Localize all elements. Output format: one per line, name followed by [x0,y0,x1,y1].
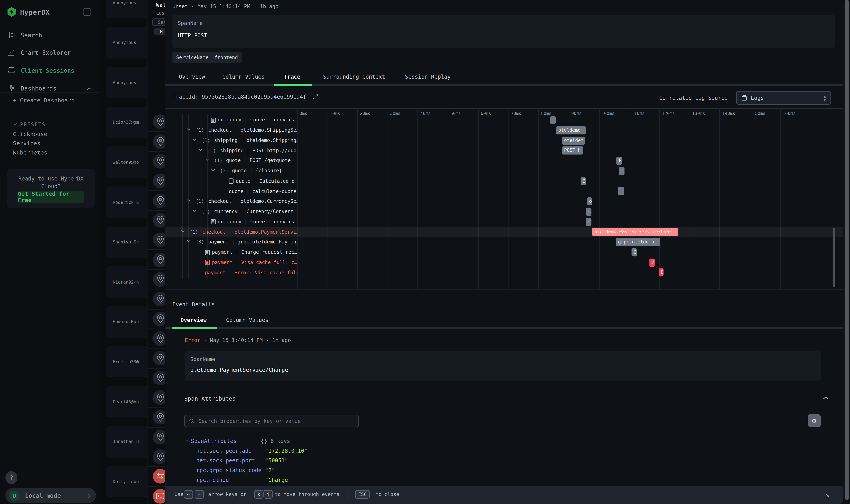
attribute-value[interactable]: "50051" [265,457,288,464]
gear-icon[interactable]: ⚙ [808,414,821,427]
collapse-chevron-icon[interactable] [823,396,829,399]
arrow-right-key[interactable]: → [195,490,204,499]
sidebar-item-client-sessions[interactable]: Client Sessions [0,64,99,78]
event-pin-cell[interactable] [148,191,165,210]
span-duration-bar[interactable]: P [616,157,622,165]
event-pin-cell[interactable] [148,210,165,230]
chevron-down-icon[interactable] [198,148,203,151]
tab-column-values[interactable]: Column Values [222,69,265,84]
esc-key[interactable]: ESC [355,490,370,499]
window-scrollbar[interactable] [844,0,850,504]
span-duration-bar[interactable]: C [586,208,591,216]
trace-row[interactable]: currency | Convert convers…C [165,217,844,227]
session-search-clipped[interactable]: Sea [152,18,165,26]
session-card[interactable]: Roderick_S [106,186,147,218]
tab-session-replay[interactable]: Session Replay [405,69,451,84]
chevron-down-icon[interactable] [192,209,197,212]
span-duration-bar[interactable]: C [586,218,591,226]
attributes-group[interactable]: ▾ SpanAttributes [186,438,237,445]
event-pin-cell[interactable] [148,447,165,466]
tab-surrounding-context[interactable]: Surrounding Context [323,69,385,84]
help-button[interactable]: ? [5,471,17,484]
event-pin-cell[interactable] [148,250,165,269]
close-icon[interactable]: ✕ [822,490,833,501]
event-pin-cell[interactable] [148,171,165,191]
sidebar-item-chart-explorer[interactable]: Chart Explorer [0,46,99,60]
session-card[interactable]: Shaniya.Sc [106,227,147,258]
session-card[interactable]: Pearl43@ho [106,386,147,417]
tab-trace[interactable]: Trace [284,69,301,84]
chevron-down-icon[interactable] [181,230,185,232]
log-source-select[interactable]: Logs ▲▼ [736,91,831,105]
attribute-key[interactable]: rpc.method [196,477,229,483]
preset-item-clickhouse[interactable]: Clickhouse [13,131,48,137]
event-pin-cell[interactable] [148,328,165,348]
span-duration-bar[interactable]: oteldemo.PaymentService/Char [592,228,678,236]
trace-row[interactable]: (1)currency | Currency/ConvertC [165,206,844,217]
attribute-key[interactable]: net.sock.peer.addr [196,448,255,454]
session-card[interactable]: Ernesto33@ [106,346,147,377]
session-card[interactable]: Jonathan.B [106,426,147,457]
chevron-down-icon[interactable] [205,159,209,161]
attribute-value[interactable]: "172.28.0.10" [265,448,307,454]
attribute-value[interactable]: "2" [265,467,275,473]
trace-row[interactable]: payment | Visa cache full: c…V [165,257,844,268]
trace-row[interactable]: payment | Charge request rec…C [165,247,844,257]
session-card[interactable]: Walton9@ho [106,146,147,178]
create-dashboard-link[interactable]: + Create Dashboard [13,97,75,104]
event-details-tab-overview[interactable]: Overview [181,313,207,327]
span-duration-bar[interactable]: { [619,167,625,175]
span-duration-bar[interactable] [550,116,556,124]
chevron-down-icon[interactable] [211,169,215,172]
span-duration-bar[interactable]: C [580,177,586,185]
local-mode-menu[interactable]: U Local mode ❯ [5,488,96,503]
scrollbar-thumb[interactable] [845,0,849,500]
span-duration-bar[interactable]: E [658,269,664,277]
logo[interactable]: HyperDX [7,7,50,17]
event-pin-cell[interactable] [148,407,165,427]
session-card[interactable]: Anonymous [106,27,147,58]
trace-scrollbar-thumb[interactable] [833,228,835,287]
j-key[interactable]: j [264,490,273,499]
span-duration-bar[interactable]: C [631,248,637,256]
session-card[interactable]: Kieran92@h [106,266,147,298]
trace-row[interactable]: payment | Error: Visa cache ful…E [165,268,844,278]
event-pin-cell[interactable] [148,289,165,309]
presets-header[interactable]: PRESETS [13,121,46,127]
trace-row[interactable]: (1)shipping | POST http://quo…POST h [165,146,844,156]
attribute-key[interactable]: rpc.grpc.status_code [196,467,261,473]
trace-row[interactable]: (1)checkout | oteldemo.CurrencySe…o [165,196,844,206]
span-duration-bar[interactable]: V [649,258,654,267]
session-button-clipped[interactable]: H [154,28,165,35]
trace-row[interactable]: currency | Convert convers… [165,115,844,125]
sidebar-item-search[interactable]: Search [0,28,99,42]
trace-row[interactable]: quote | calculate-quotec [165,186,844,196]
session-card[interactable]: Anonymous [106,0,147,18]
session-card[interactable]: Deion37@gm [106,107,147,138]
attribute-value[interactable]: "Charge" [265,477,291,483]
event-pin-cell[interactable] [148,368,165,388]
chevron-down-icon[interactable] [186,128,191,131]
event-pin-cell[interactable] [148,466,165,486]
session-card[interactable]: Anonymous [106,67,147,98]
sidebar-collapse-icon[interactable] [83,8,91,16]
edit-pencil-icon[interactable] [313,94,319,100]
event-pin-cell[interactable] [148,131,165,151]
service-name-badge[interactable]: ServiceName: frontend [172,52,241,63]
attribute-key[interactable]: net.sock.peer.port [196,457,255,464]
span-duration-bar[interactable]: grpc.oteldemo. [616,238,660,246]
event-pin-cell[interactable] [148,269,165,289]
trace-row[interactable]: quote | Calculated q…C [165,176,844,186]
chevron-down-icon[interactable] [186,199,191,202]
tab-overview[interactable]: Overview [179,69,205,84]
span-duration-bar[interactable]: oteldem [562,137,585,145]
session-card[interactable]: Howard.Run [106,306,147,338]
event-pin-cell[interactable] [148,427,165,447]
span-duration-bar[interactable]: POST h [562,146,583,155]
event-pin-cell[interactable] [148,112,165,131]
chevron-down-icon[interactable] [192,138,197,141]
session-card[interactable]: Dolly.Lubo [106,466,147,497]
arrow-left-key[interactable]: ← [184,490,193,499]
attributes-search-input[interactable]: Search properties by key or value [184,415,359,427]
k-key[interactable]: k [254,490,264,499]
